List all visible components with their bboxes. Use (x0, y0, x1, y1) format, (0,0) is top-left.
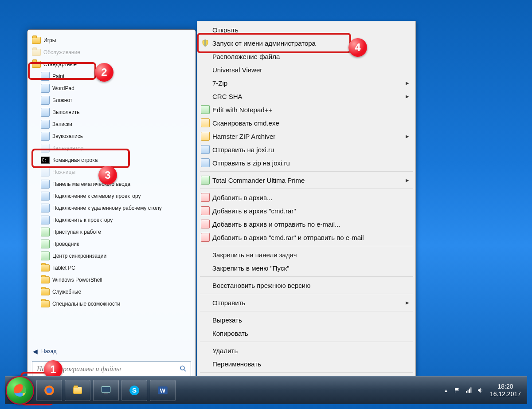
taskbar-clock[interactable]: 18:20 16.12.2017 (486, 383, 524, 398)
folder-icon (41, 300, 50, 307)
context-menu-item-label: Закрепить на панели задач (212, 251, 297, 259)
context-menu-item[interactable]: Edit with Notepad++ (199, 103, 414, 116)
context-menu-item[interactable]: Отправить на joxi.ru (199, 143, 414, 156)
back-label: Назад (41, 348, 56, 354)
svg-text:S: S (132, 386, 137, 394)
context-menu-item[interactable]: Добавить в архив "cmd.rar" и отправить п… (199, 231, 414, 244)
start-menu-item-label: Подключение к удаленному рабочему столу (52, 205, 162, 211)
start-menu-item[interactable]: Tablet PC (29, 262, 194, 274)
menu-separator (200, 294, 413, 294)
start-menu-item[interactable]: Игры (29, 34, 194, 46)
volume-icon[interactable] (476, 386, 485, 395)
network-icon[interactable] (465, 386, 473, 395)
context-menu-item[interactable]: Переименовать (199, 357, 414, 370)
cmd-icon: C: (41, 157, 50, 164)
start-menu-back[interactable]: ◀ Назад (31, 344, 192, 358)
start-menu-item[interactable]: Приступая к работе (29, 226, 194, 238)
context-menu-item-label: Расположение файла (212, 53, 280, 60)
context-menu-item-label: Добавить в архив "cmd.rar" и отправить п… (212, 234, 364, 241)
taskbar-app-word[interactable]: W (150, 380, 176, 401)
start-menu-item-label: Подключить к проектору (52, 217, 113, 223)
context-menu-item[interactable]: Запуск от имени администратора (199, 36, 414, 50)
context-menu-item[interactable]: Отправить в zip на joxi.ru (199, 156, 414, 169)
run-icon (41, 108, 50, 117)
context-menu-item[interactable]: Вырезать (199, 313, 414, 326)
start-menu-item[interactable]: WordPad (29, 82, 194, 94)
start-menu-item-label: Служебные (52, 289, 81, 295)
calc-icon (41, 144, 50, 153)
taskbar-app-explorer[interactable] (65, 380, 90, 401)
start-button[interactable] (6, 376, 34, 405)
start-menu-item[interactable]: Подключить к проектору (29, 214, 194, 226)
context-menu-item-label: Копировать (212, 330, 248, 337)
start-menu-item[interactable]: Проводник (29, 238, 194, 250)
start-menu-item[interactable]: Windows PowerShell (29, 274, 194, 286)
clock-time: 18:20 (490, 383, 521, 391)
menu-separator (200, 246, 413, 246)
start-menu-item[interactable]: Обслуживание (29, 46, 194, 58)
tray-arrow-icon[interactable]: ▴ (442, 386, 450, 395)
context-menu-item-label: Добавить в архив... (212, 194, 272, 201)
context-menu-item[interactable]: Восстановить прежнюю версию (199, 279, 414, 292)
context-menu-item[interactable]: Добавить в архив и отправить по e-mail..… (199, 217, 414, 231)
start-menu-item-label: Paint (52, 73, 64, 79)
step-badge-3: 3 (98, 166, 117, 185)
context-menu-item[interactable]: Удалить (199, 344, 414, 357)
start-menu-item[interactable]: C:Командная строка (29, 154, 194, 166)
context-menu-item[interactable]: Сканировать cmd.exe (199, 116, 414, 130)
taskbar-app-firefox[interactable] (36, 380, 62, 401)
context-menu-item[interactable]: CRC SHA▸ (199, 90, 414, 103)
start-menu-item[interactable]: Специальные возможности (29, 298, 194, 310)
context-menu-item-label: Вырезать (212, 316, 242, 324)
menu-separator (200, 342, 413, 342)
start-menu-item[interactable]: Подключение к удаленному рабочему столу (29, 202, 194, 214)
context-menu-item[interactable]: 7-Zip▸ (199, 76, 414, 90)
start-menu-item[interactable]: Служебные (29, 286, 194, 298)
notepad-icon (41, 96, 50, 105)
rdc-icon (41, 204, 50, 212)
context-menu-item[interactable]: Отправить▸ (199, 296, 414, 309)
context-menu-item[interactable]: Hamster ZIP Archiver▸ (199, 130, 414, 143)
context-menu-item[interactable]: Добавить в архив "cmd.rar" (199, 204, 414, 217)
start-menu-item-label: Приступая к работе (52, 229, 101, 235)
start-menu-item[interactable]: Калькулятор (29, 142, 194, 154)
clock-date: 16.12.2017 (490, 390, 521, 398)
context-menu-item-label: Удалить (212, 347, 238, 354)
context-menu-item-label: Добавить в архив и отправить по e-mail..… (212, 220, 340, 228)
folder-icon (32, 37, 41, 44)
svg-point-0 (180, 366, 184, 370)
svg-rect-13 (470, 387, 471, 393)
context-menu-item[interactable]: Total Commander Ultima Prime▸ (199, 173, 414, 187)
submenu-arrow-icon: ▸ (406, 92, 409, 100)
context-menu-item-label: Universal Viewer (212, 66, 262, 74)
taskbar-app-skype[interactable]: S (121, 380, 147, 401)
context-menu-item[interactable]: Universal Viewer (199, 63, 414, 76)
context-menu-item[interactable]: Закрепить на панели задач (199, 248, 414, 261)
context-menu-item[interactable]: Расположение файла (199, 50, 414, 63)
taskbar-app-monitor[interactable] (93, 380, 119, 401)
context-menu-item[interactable]: Закрепить в меню "Пуск" (199, 261, 414, 275)
start-menu-item[interactable]: Центр синхронизации (29, 250, 194, 262)
start-menu-item[interactable]: Звукозапись (29, 130, 194, 142)
tc-icon (201, 176, 210, 185)
folder-icon (41, 276, 50, 283)
context-menu-item[interactable]: Открыть (199, 23, 414, 36)
context-menu-item-label: Восстановить прежнюю версию (212, 282, 310, 289)
menu-separator (200, 372, 413, 373)
flag-icon[interactable] (453, 386, 462, 395)
svg-point-3 (47, 388, 52, 393)
joxi-icon (201, 158, 210, 167)
start-menu-item[interactable]: Записки (29, 118, 194, 130)
step-badge-2: 2 (95, 63, 113, 82)
context-menu-item[interactable]: Добавить в архив... (199, 191, 414, 204)
context-menu-item[interactable]: Копировать (199, 326, 414, 340)
start-menu-item[interactable]: Выполнить (29, 106, 194, 118)
submenu-arrow-icon: ▸ (406, 299, 409, 307)
svg-line-1 (184, 370, 186, 371)
start-menu-item-label: Проводник (52, 241, 79, 247)
npp-icon (201, 105, 210, 114)
winrar-icon (201, 220, 210, 228)
start-menu-item[interactable]: Блокнот (29, 94, 194, 106)
start-menu-item[interactable]: Подключение к сетевому проектору (29, 190, 194, 202)
system-tray: ▴ 18:20 16.12.2017 (440, 383, 527, 398)
